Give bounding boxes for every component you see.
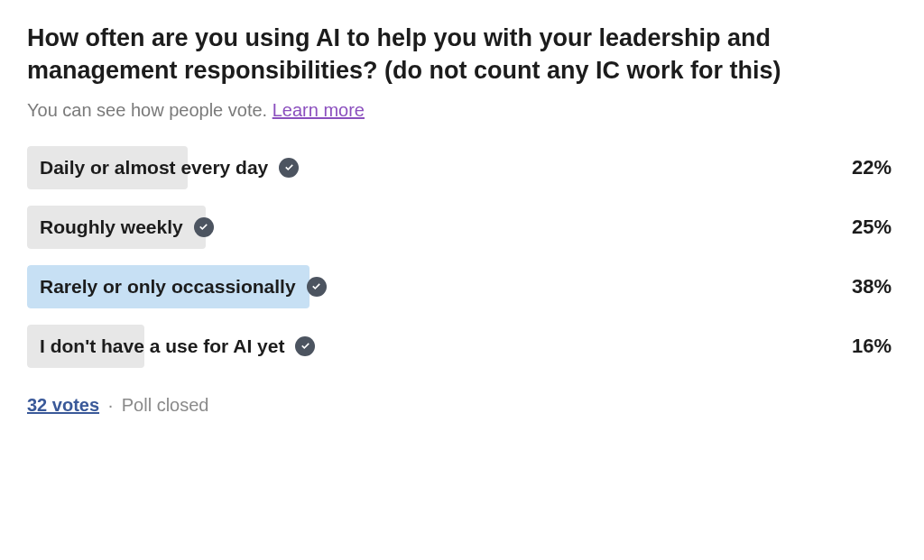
poll-option[interactable]: Rarely or only occassionally 38% [27,265,897,308]
poll-option-percent: 25% [852,216,897,239]
check-icon [295,336,315,356]
poll-option-left: Daily or almost every day [27,157,299,179]
learn-more-link[interactable]: Learn more [273,100,365,120]
check-icon [279,158,299,178]
poll-option-left: I don't have a use for AI yet [27,335,315,357]
poll-options: Daily or almost every day 22% Roughly we… [27,146,897,368]
poll-option-percent: 22% [852,156,897,179]
poll-question: How often are you using AI to help you w… [27,22,897,87]
vote-count-link[interactable]: 32 votes [27,395,99,415]
poll-option[interactable]: I don't have a use for AI yet 16% [27,325,897,368]
check-icon [194,217,214,237]
check-icon [307,277,327,297]
dot-separator: · [108,395,114,415]
poll-option[interactable]: Daily or almost every day 22% [27,146,897,189]
poll-container: How often are you using AI to help you w… [27,22,897,416]
poll-subtext: You can see how people vote. [27,100,273,120]
poll-option-label: Roughly weekly [40,216,183,238]
poll-subtext-row: You can see how people vote. Learn more [27,100,897,121]
poll-option-left: Rarely or only occassionally [27,276,327,298]
poll-option-label: I don't have a use for AI yet [40,335,284,357]
poll-status: Poll closed [122,395,209,415]
poll-option-left: Roughly weekly [27,216,214,238]
poll-footer: 32 votes · Poll closed [27,395,897,416]
poll-option-percent: 16% [852,335,897,358]
poll-option-label: Rarely or only occassionally [40,276,296,298]
poll-option-percent: 38% [852,275,897,298]
poll-option[interactable]: Roughly weekly 25% [27,206,897,249]
poll-option-label: Daily or almost every day [40,157,268,179]
